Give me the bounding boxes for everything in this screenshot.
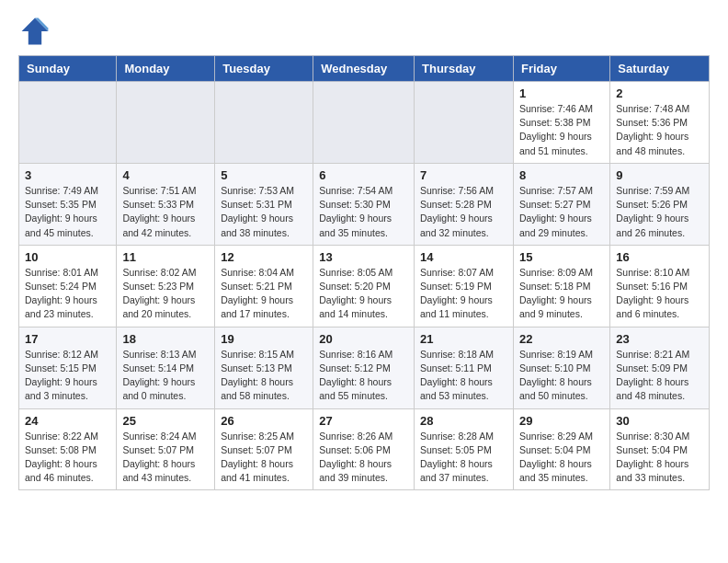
page-container: SundayMondayTuesdayWednesdayThursdayFrid… [0,0,728,505]
calendar-cell: 14Sunrise: 8:07 AMSunset: 5:19 PMDayligh… [415,245,514,327]
calendar-cell: 11Sunrise: 8:02 AMSunset: 5:23 PMDayligh… [117,245,215,327]
day-detail: Sunrise: 8:18 AMSunset: 5:11 PMDaylight:… [420,348,507,404]
day-number: 20 [319,332,408,346]
day-detail: Sunrise: 7:51 AMSunset: 5:33 PMDaylight:… [122,184,209,240]
day-detail: Sunrise: 8:24 AMSunset: 5:07 PMDaylight:… [122,430,209,486]
day-number: 14 [420,250,507,264]
day-detail: Sunrise: 7:53 AMSunset: 5:31 PMDaylight:… [221,184,307,240]
day-number: 1 [519,86,604,100]
weekday-header: Wednesday [313,56,415,82]
calendar-cell: 3Sunrise: 7:49 AMSunset: 5:35 PMDaylight… [19,163,117,245]
day-detail: Sunrise: 7:57 AMSunset: 5:27 PMDaylight:… [519,184,604,240]
day-detail: Sunrise: 7:48 AMSunset: 5:36 PMDaylight:… [616,102,703,158]
day-detail: Sunrise: 8:05 AMSunset: 5:20 PMDaylight:… [319,266,408,322]
day-detail: Sunrise: 8:26 AMSunset: 5:06 PMDaylight:… [319,430,408,486]
calendar-header-row: SundayMondayTuesdayWednesdayThursdayFrid… [19,56,710,82]
header [18,15,710,48]
calendar-cell: 4Sunrise: 7:51 AMSunset: 5:33 PMDaylight… [117,163,215,245]
day-number: 6 [319,168,408,182]
calendar-cell: 30Sunrise: 8:30 AMSunset: 5:04 PMDayligh… [610,408,710,490]
day-number: 3 [25,168,110,182]
calendar-cell: 6Sunrise: 7:54 AMSunset: 5:30 PMDaylight… [313,163,415,245]
day-number: 22 [519,332,604,346]
calendar-cell: 15Sunrise: 8:09 AMSunset: 5:18 PMDayligh… [513,245,609,327]
calendar-cell [415,82,514,164]
weekday-header: Sunday [19,56,117,82]
day-number: 11 [122,250,209,264]
calendar-week-row: 10Sunrise: 8:01 AMSunset: 5:24 PMDayligh… [19,245,710,327]
day-detail: Sunrise: 8:21 AMSunset: 5:09 PMDaylight:… [616,348,703,404]
calendar-cell: 5Sunrise: 7:53 AMSunset: 5:31 PMDaylight… [215,163,313,245]
day-number: 7 [420,168,507,182]
calendar-cell: 10Sunrise: 8:01 AMSunset: 5:24 PMDayligh… [19,245,117,327]
day-detail: Sunrise: 8:25 AMSunset: 5:07 PMDaylight:… [221,430,307,486]
logo-icon [18,15,51,48]
day-number: 23 [616,332,703,346]
weekday-header: Saturday [610,56,710,82]
calendar-cell: 23Sunrise: 8:21 AMSunset: 5:09 PMDayligh… [610,327,710,408]
day-detail: Sunrise: 8:19 AMSunset: 5:10 PMDaylight:… [519,348,604,404]
calendar-cell: 13Sunrise: 8:05 AMSunset: 5:20 PMDayligh… [313,245,415,327]
calendar-cell: 18Sunrise: 8:13 AMSunset: 5:14 PMDayligh… [117,327,215,408]
calendar-cell: 21Sunrise: 8:18 AMSunset: 5:11 PMDayligh… [415,327,514,408]
weekday-header: Tuesday [215,56,313,82]
day-number: 4 [122,168,209,182]
day-number: 13 [319,250,408,264]
calendar-cell: 28Sunrise: 8:28 AMSunset: 5:05 PMDayligh… [415,408,514,490]
calendar-cell: 25Sunrise: 8:24 AMSunset: 5:07 PMDayligh… [117,408,215,490]
calendar-cell: 7Sunrise: 7:56 AMSunset: 5:28 PMDaylight… [415,163,514,245]
day-detail: Sunrise: 8:07 AMSunset: 5:19 PMDaylight:… [420,266,507,322]
calendar-cell [215,82,313,164]
day-detail: Sunrise: 8:09 AMSunset: 5:18 PMDaylight:… [519,266,604,322]
day-detail: Sunrise: 8:30 AMSunset: 5:04 PMDaylight:… [616,430,703,486]
calendar-cell: 12Sunrise: 8:04 AMSunset: 5:21 PMDayligh… [215,245,313,327]
calendar-week-row: 3Sunrise: 7:49 AMSunset: 5:35 PMDaylight… [19,163,710,245]
calendar-table: SundayMondayTuesdayWednesdayThursdayFrid… [18,55,710,490]
day-number: 9 [616,168,703,182]
day-detail: Sunrise: 7:54 AMSunset: 5:30 PMDaylight:… [319,184,408,240]
day-number: 29 [519,414,604,428]
weekday-header: Monday [117,56,215,82]
day-detail: Sunrise: 8:22 AMSunset: 5:08 PMDaylight:… [25,430,110,486]
calendar-cell: 22Sunrise: 8:19 AMSunset: 5:10 PMDayligh… [513,327,609,408]
day-number: 18 [122,332,209,346]
day-number: 10 [25,250,110,264]
day-number: 8 [519,168,604,182]
day-detail: Sunrise: 8:29 AMSunset: 5:04 PMDaylight:… [519,430,604,486]
calendar-cell: 29Sunrise: 8:29 AMSunset: 5:04 PMDayligh… [513,408,609,490]
day-number: 15 [519,250,604,264]
day-number: 26 [221,414,307,428]
day-detail: Sunrise: 8:15 AMSunset: 5:13 PMDaylight:… [221,348,307,404]
svg-marker-0 [22,18,49,45]
day-number: 28 [420,414,507,428]
day-detail: Sunrise: 8:04 AMSunset: 5:21 PMDaylight:… [221,266,307,322]
weekday-header: Friday [513,56,609,82]
day-number: 16 [616,250,703,264]
calendar-cell: 8Sunrise: 7:57 AMSunset: 5:27 PMDaylight… [513,163,609,245]
day-detail: Sunrise: 7:56 AMSunset: 5:28 PMDaylight:… [420,184,507,240]
calendar-cell: 16Sunrise: 8:10 AMSunset: 5:16 PMDayligh… [610,245,710,327]
calendar-cell: 1Sunrise: 7:46 AMSunset: 5:38 PMDaylight… [513,82,609,164]
day-detail: Sunrise: 8:12 AMSunset: 5:15 PMDaylight:… [25,348,110,404]
day-number: 5 [221,168,307,182]
day-number: 17 [25,332,110,346]
calendar-cell: 19Sunrise: 8:15 AMSunset: 5:13 PMDayligh… [215,327,313,408]
calendar-cell: 17Sunrise: 8:12 AMSunset: 5:15 PMDayligh… [19,327,117,408]
calendar-cell [19,82,117,164]
day-number: 25 [122,414,209,428]
day-detail: Sunrise: 8:28 AMSunset: 5:05 PMDaylight:… [420,430,507,486]
day-detail: Sunrise: 8:02 AMSunset: 5:23 PMDaylight:… [122,266,209,322]
day-number: 30 [616,414,703,428]
calendar-cell: 20Sunrise: 8:16 AMSunset: 5:12 PMDayligh… [313,327,415,408]
day-number: 27 [319,414,408,428]
calendar-cell: 2Sunrise: 7:48 AMSunset: 5:36 PMDaylight… [610,82,710,164]
calendar-week-row: 17Sunrise: 8:12 AMSunset: 5:15 PMDayligh… [19,327,710,408]
calendar-cell: 27Sunrise: 8:26 AMSunset: 5:06 PMDayligh… [313,408,415,490]
calendar-cell [117,82,215,164]
day-number: 2 [616,86,703,100]
day-number: 12 [221,250,307,264]
calendar-cell: 26Sunrise: 8:25 AMSunset: 5:07 PMDayligh… [215,408,313,490]
day-number: 21 [420,332,507,346]
calendar-cell: 24Sunrise: 8:22 AMSunset: 5:08 PMDayligh… [19,408,117,490]
weekday-header: Thursday [415,56,514,82]
